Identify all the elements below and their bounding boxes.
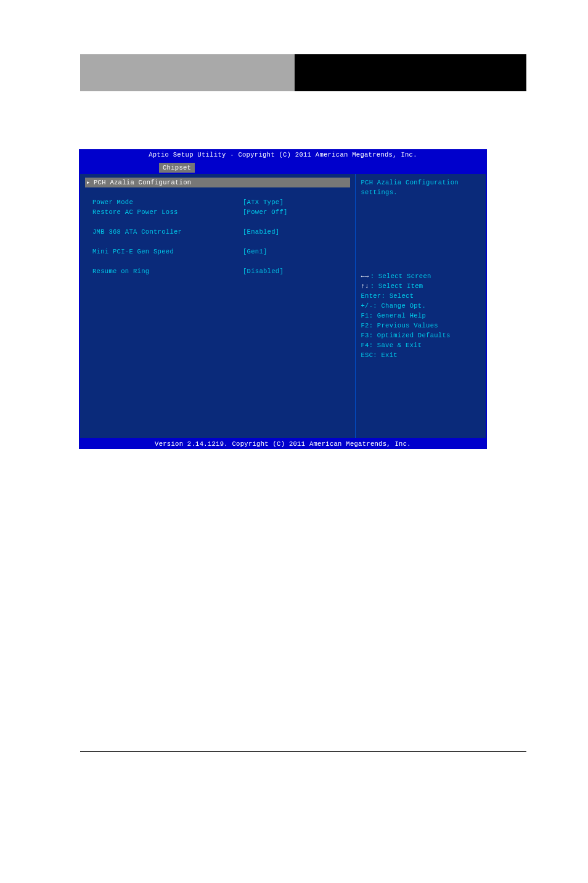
- document-header-bar: [80, 54, 526, 91]
- page-footer-divider: [80, 751, 526, 752]
- key-save-exit: F4: Save & Exit: [361, 340, 481, 350]
- option-label: Power Mode: [92, 197, 243, 207]
- option-value: [ATX Type]: [243, 197, 284, 207]
- key-enter: Enter: Select: [361, 291, 481, 301]
- bios-title-bar: Aptio Setup Utility - Copyright (C) 2011…: [79, 149, 487, 162]
- option-mini-pcie-gen-speed[interactable]: Mini PCI-E Gen Speed [Gen1]: [85, 247, 350, 257]
- bios-right-panel: PCH Azalia Configuration settings. : Sel…: [356, 174, 486, 438]
- key-select-item: : Select Item: [361, 281, 481, 291]
- header-left-block: [80, 54, 295, 91]
- option-value: [Enabled]: [243, 227, 279, 237]
- key-general-help: F1: General Help: [361, 311, 481, 321]
- key-optimized-defaults: F3: Optimized Defaults: [361, 331, 481, 340]
- option-resume-on-ring[interactable]: Resume on Ring [Disabled]: [85, 266, 350, 276]
- key-esc-exit: ESC: Exit: [361, 350, 481, 360]
- help-keys: : Select Screen : Select Item Enter: Sel…: [361, 271, 481, 360]
- bios-tab-bar: Chipset: [79, 162, 487, 174]
- option-value: [Gen1]: [243, 247, 267, 257]
- option-value: [Disabled]: [243, 266, 284, 276]
- option-restore-ac-power-loss[interactable]: Restore AC Power Loss [Power Off]: [85, 207, 350, 217]
- submenu-arrow-icon: ▸: [86, 178, 94, 187]
- bios-footer: Version 2.14.1219. Copyright (C) 2011 Am…: [79, 439, 487, 449]
- option-label: JMB 368 ATA Controller: [92, 227, 243, 237]
- tab-chipset[interactable]: Chipset: [159, 163, 195, 173]
- bios-body: ▸ PCH Azalia Configuration Power Mode [A…: [79, 174, 487, 439]
- help-description: PCH Azalia Configuration settings.: [361, 178, 481, 197]
- option-power-mode[interactable]: Power Mode [ATX Type]: [85, 197, 350, 207]
- option-jmb368-ata-controller[interactable]: JMB 368 ATA Controller [Enabled]: [85, 227, 350, 237]
- submenu-label: PCH Azalia Configuration: [94, 178, 191, 187]
- bios-screenshot: Aptio Setup Utility - Copyright (C) 2011…: [79, 149, 487, 451]
- bios-left-panel: ▸ PCH Azalia Configuration Power Mode [A…: [80, 174, 356, 438]
- submenu-pch-azalia[interactable]: ▸ PCH Azalia Configuration: [85, 178, 350, 187]
- key-select-screen: : Select Screen: [361, 271, 481, 281]
- option-value: [Power Off]: [243, 207, 288, 217]
- key-change-opt: +/-: Change Opt.: [361, 301, 481, 311]
- header-right-block: [295, 54, 526, 91]
- option-label: Mini PCI-E Gen Speed: [92, 247, 243, 257]
- option-label: Restore AC Power Loss: [92, 207, 243, 217]
- key-previous-values: F2: Previous Values: [361, 321, 481, 331]
- option-label: Resume on Ring: [92, 266, 243, 276]
